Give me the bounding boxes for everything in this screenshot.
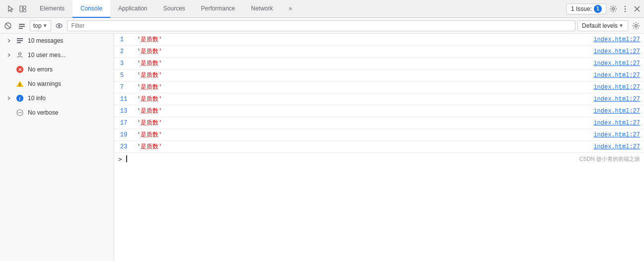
issue-count: 1 xyxy=(594,5,602,13)
console-row: 3'是质数'index.html:27 xyxy=(114,58,644,69)
collapse-icon[interactable] xyxy=(16,20,28,32)
svg-point-15 xyxy=(58,25,60,27)
console-settings-icon[interactable] xyxy=(630,20,642,32)
svg-rect-11 xyxy=(19,24,25,25)
console-row: 11'是质数'index.html:27 xyxy=(114,93,644,105)
console-source-link[interactable]: index.html:27 xyxy=(583,96,640,103)
console-toolbar: top ▼ Default levels ▼ xyxy=(0,18,644,34)
settings-icon[interactable] xyxy=(608,4,618,14)
console-source-link[interactable]: index.html:27 xyxy=(583,72,640,79)
verbose-label: No verbose xyxy=(28,109,58,116)
console-prompt-row[interactable]: >CSDN @小青的前端之旅 xyxy=(114,153,644,165)
line-number: 11 xyxy=(120,96,134,103)
svg-point-23 xyxy=(18,112,19,113)
verbose-icon xyxy=(16,109,24,117)
console-message: '是质数' xyxy=(137,130,583,139)
no-chevron xyxy=(6,66,12,72)
sidebar-item-errors[interactable]: ✕ No errors xyxy=(0,63,114,77)
user-icon xyxy=(16,51,24,59)
svg-point-5 xyxy=(625,8,626,9)
console-source-link[interactable]: index.html:27 xyxy=(583,108,640,115)
console-row: 19'是质数'index.html:27 xyxy=(114,129,644,141)
svg-point-16 xyxy=(635,24,638,27)
svg-point-6 xyxy=(625,10,626,11)
main-container: 10 messages 10 user mes... ✕ No errors xyxy=(0,34,644,261)
line-number: 17 xyxy=(120,120,134,127)
tab-performance[interactable]: Performance xyxy=(193,0,243,18)
console-message: '是质数' xyxy=(137,107,583,115)
tab-more[interactable]: » xyxy=(281,0,300,18)
issue-badge[interactable]: 1 Issue: 1 xyxy=(567,3,606,14)
tab-application[interactable]: Application xyxy=(110,0,155,18)
warnings-label: No warnings xyxy=(28,80,61,87)
sidebar-item-messages[interactable]: 10 messages xyxy=(0,34,114,48)
console-source-link[interactable]: index.html:27 xyxy=(583,131,640,138)
messages-label: 10 messages xyxy=(28,37,63,44)
line-number: 19 xyxy=(120,131,134,138)
sidebar-item-info[interactable]: i 10 info xyxy=(0,91,114,106)
cursor-icon[interactable] xyxy=(6,4,16,14)
svg-text:!: ! xyxy=(19,82,21,87)
sidebar-item-user-messages[interactable]: 10 user mes... xyxy=(0,48,114,63)
svg-rect-19 xyxy=(17,42,21,43)
default-levels-label: Default levels xyxy=(582,22,618,29)
context-selector[interactable]: top ▼ xyxy=(30,20,51,31)
console-message: '是质数' xyxy=(137,119,583,127)
console-row: 5'是质数'index.html:27 xyxy=(114,69,644,81)
tab-network[interactable]: Network xyxy=(243,0,281,18)
sidebar-item-warnings[interactable]: ! No warnings xyxy=(0,77,114,91)
chevron-icon xyxy=(6,38,12,44)
user-messages-label: 10 user mes... xyxy=(28,52,66,59)
console-source-link[interactable]: index.html:27 xyxy=(583,143,640,150)
info-icon: i xyxy=(16,94,24,102)
close-icon[interactable] xyxy=(632,4,642,14)
console-source-link[interactable]: index.html:27 xyxy=(583,84,640,91)
svg-rect-12 xyxy=(19,26,25,27)
tab-console[interactable]: Console xyxy=(72,0,110,18)
console-source-link[interactable]: index.html:27 xyxy=(583,48,640,55)
line-number: 23 xyxy=(120,143,134,150)
svg-rect-2 xyxy=(23,9,26,12)
svg-point-20 xyxy=(19,53,21,55)
sidebar: 10 messages 10 user mes... ✕ No errors xyxy=(0,34,114,261)
devtools-icons xyxy=(2,4,32,14)
prompt-symbol: > xyxy=(118,155,122,163)
filter-input[interactable] xyxy=(67,20,575,31)
errors-label: No errors xyxy=(28,66,53,73)
tab-bar: Elements Console Application Sources Per… xyxy=(0,0,644,18)
console-message: '是质数' xyxy=(137,95,583,103)
console-message: '是质数' xyxy=(137,35,583,44)
layout-icon[interactable] xyxy=(18,4,28,14)
console-source-link[interactable]: index.html:27 xyxy=(583,60,640,67)
eye-icon[interactable] xyxy=(53,20,65,32)
console-source-link[interactable]: index.html:27 xyxy=(583,120,640,127)
tab-elements[interactable]: Elements xyxy=(32,0,72,18)
error-icon: ✕ xyxy=(16,65,24,73)
console-message: '是质数' xyxy=(137,47,583,56)
warning-icon: ! xyxy=(16,80,24,88)
default-levels-selector[interactable]: Default levels ▼ xyxy=(577,20,628,31)
svg-point-3 xyxy=(612,7,615,10)
line-number: 13 xyxy=(120,108,134,115)
console-row: 13'是质数'index.html:27 xyxy=(114,105,644,117)
context-label: top xyxy=(33,22,42,29)
console-message: '是质数' xyxy=(137,71,583,79)
console-row: 2'是质数'index.html:27 xyxy=(114,46,644,58)
clear-console-icon[interactable] xyxy=(2,20,14,32)
tab-sources[interactable]: Sources xyxy=(155,0,193,18)
line-number: 1 xyxy=(120,36,134,43)
more-icon[interactable] xyxy=(620,4,630,14)
issue-label: 1 Issue: xyxy=(571,5,592,12)
sidebar-item-verbose[interactable]: No verbose xyxy=(0,106,114,120)
cursor xyxy=(126,155,127,162)
console-message: '是质数' xyxy=(137,142,583,151)
line-number: 2 xyxy=(120,48,134,55)
console-message: '是质数' xyxy=(137,83,583,91)
console-source-link[interactable]: index.html:27 xyxy=(583,36,640,43)
context-chevron: ▼ xyxy=(43,23,48,28)
csdn-credit: CSDN @小青的前端之旅 xyxy=(579,155,640,163)
svg-rect-0 xyxy=(20,6,22,12)
svg-point-4 xyxy=(625,5,626,6)
line-number: 7 xyxy=(120,84,134,91)
console-row: 17'是质数'index.html:27 xyxy=(114,117,644,129)
